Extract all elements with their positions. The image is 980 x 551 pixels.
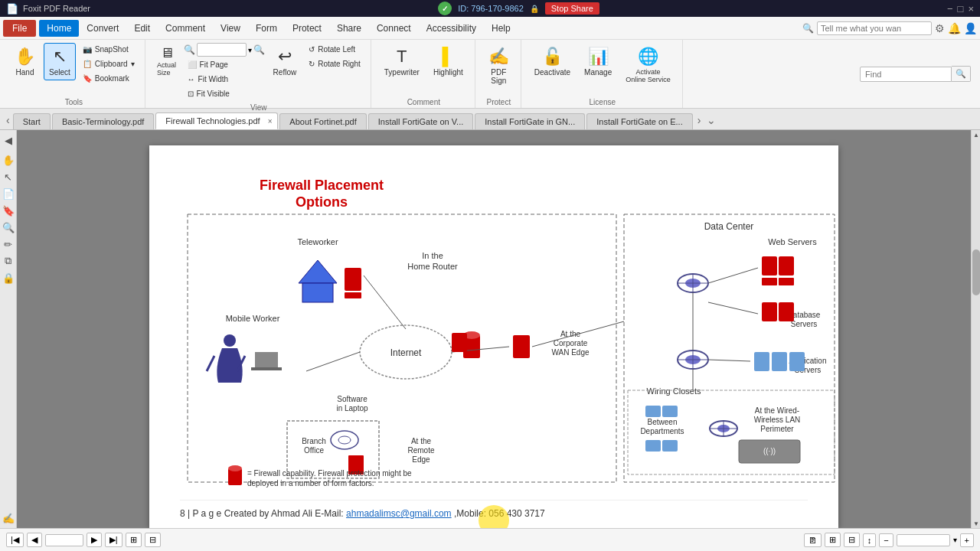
sidebar-expand[interactable]: ◀ [2,133,15,147]
tab-install-e[interactable]: Install FortiGate on E... [586,113,693,129]
view-mode2[interactable]: ⊞ [825,533,841,547]
zoom-input[interactable]: 158.00% [197,43,247,57]
accessibility-menu[interactable]: Accessibility [419,20,484,37]
sidebar-pages[interactable]: 📄 [2,187,15,201]
view-mode1[interactable]: 🖹 [804,533,822,547]
hand-icon: ✋ [15,47,35,67]
maximize-button[interactable]: □ [958,3,964,15]
notification-icon[interactable]: 🔔 [948,22,961,34]
bookmark-button[interactable]: 🔖 Bookmark [79,72,139,85]
zoom-icon: 🔍 [184,44,195,55]
page-input[interactable]: 8 / 8 [45,534,83,546]
sidebar-left: ◀ ✋ ↖ 📄 🔖 🔍 ✏ ⧉ 🔒 ✍ [0,130,17,528]
rotate-right-button[interactable]: ↻ Rotate Right [305,57,364,70]
svg-rect-63 [645,406,661,417]
connect-menu[interactable]: Connect [369,20,419,37]
tab-expand-arrow[interactable]: ⌄ [704,111,719,129]
tabs-bar: ‹ Start Basic-Terminology.pdf Firewall T… [0,109,980,130]
right-scrollbar[interactable]: ▲ ▼ [971,130,980,528]
email-link[interactable]: ahmadalimsc@gmail.com [346,508,452,519]
pdf-area[interactable]: Firewall Placement Options Data Center W… [17,130,971,528]
view-menu[interactable]: View [213,20,248,37]
clipboard-button[interactable]: 📋 Clipboard ▾ [79,57,139,70]
nav-tool2[interactable]: ⊟ [145,533,161,547]
rotate-left-button[interactable]: ↺ Rotate Left [305,43,364,56]
tab-start[interactable]: Start [13,113,51,129]
scroll-thumb[interactable] [972,249,980,295]
ribbon: ✋ Hand ↖ Select 📷 SnapShot 📋 Clipboard ▾ [0,40,980,109]
hand-tool-button[interactable]: ✋ Hand [9,43,41,80]
view-mode3[interactable]: ⊟ [844,533,860,547]
help-menu[interactable]: Help [484,20,518,37]
prev-page-button[interactable]: ◀ [27,533,42,547]
zoom-magnify-icon[interactable]: 🔍 [253,44,265,55]
find-input[interactable] [860,67,952,82]
clipboard-arrow: ▾ [131,60,135,68]
last-page-button[interactable]: ▶| [105,533,122,547]
sidebar-search[interactable]: 🔍 [2,220,15,234]
deactivate-button[interactable]: 🔓 Deactivate [529,43,576,80]
comment-menu[interactable]: Comment [158,20,213,37]
sidebar-layers[interactable]: ⧉ [2,254,15,268]
minimize-button[interactable]: − [947,3,953,15]
zoom-percentage[interactable]: 158.09% [897,534,950,546]
find-search-icon[interactable]: 🔍 [952,66,971,82]
zoom-dropdown-arrow[interactable]: ▾ [953,536,957,544]
zoom-dropdown[interactable]: ▾ [248,46,252,54]
reflow-button[interactable]: ↩ Reflow [268,43,302,80]
tab-basic-terminology[interactable]: Basic-Terminology.pdf [52,113,154,129]
scroll-down-arrow[interactable]: ▼ [972,519,980,528]
sidebar-hand[interactable]: ✋ [2,153,15,167]
stop-share-button[interactable]: Stop Share [545,2,599,15]
scroll-up-arrow[interactable]: ▲ [972,130,980,139]
first-page-button[interactable]: |◀ [6,533,24,547]
svg-rect-54 [789,352,805,371]
select-tool-button[interactable]: ↖ Select [44,43,76,80]
edit-menu[interactable]: Edit [126,20,158,37]
file-menu[interactable]: File [3,20,36,37]
tab-next-arrow[interactable]: › [694,111,704,129]
sidebar-select[interactable]: ↖ [2,170,15,184]
sidebar-bookmarks[interactable]: 🔖 [2,204,15,217]
sidebar-sign[interactable]: ✍ [2,511,15,525]
tab-prev-arrow[interactable]: ‹ [3,111,13,129]
svg-marker-7 [299,260,337,283]
settings-icon[interactable]: ⚙ [935,22,945,34]
svg-text:Options: Options [296,194,348,210]
typewriter-button[interactable]: T Typewriter [379,43,425,80]
protect-menu[interactable]: Protect [285,20,329,37]
zoom-in-button[interactable]: + [960,533,974,547]
zoom-controls: 🖹 ⊞ ⊟ ↕ − 158.09% ▾ + [804,533,974,547]
share-menu[interactable]: Share [329,20,369,37]
next-page-button[interactable]: ▶ [87,533,102,547]
view-mode4[interactable]: ↕ [863,533,877,547]
form-menu[interactable]: Form [248,20,285,37]
actual-size-button[interactable]: 🖥 ActualSize [153,43,181,79]
snapshot-button[interactable]: 📷 SnapShot [79,43,139,56]
fit-visible-button[interactable]: ⊡ Fit Visible [184,87,265,100]
fit-width-button[interactable]: ↔ Fit Width [184,73,265,86]
rotate-left-icon: ↺ [309,45,315,54]
tab-install-gn[interactable]: Install FortiGate in GN... [475,113,585,129]
zoom-out-button[interactable]: − [879,533,893,547]
sidebar-annotations[interactable]: ✏ [2,237,15,251]
tell-me-input[interactable] [817,21,932,35]
svg-point-26 [331,431,358,449]
activate-online-button[interactable]: 🌐 ActivateOnline Service [620,43,676,87]
tab-install-v[interactable]: Install FortiGate on V... [368,113,473,129]
view-group: 🖥 ActualSize 🔍 158.00% ▾ 🔍 ⬜ Fit Page ↔ [147,40,371,108]
tab-firewall-close[interactable]: × [268,117,273,126]
highlight-button[interactable]: ▌ Highlight [428,43,469,80]
tab-about-fortinet[interactable]: About Fortinet.pdf [279,113,366,129]
tab-firewall-tech[interactable]: Firewall Technologies.pdf × [155,112,278,129]
sidebar-security[interactable]: 🔒 [2,271,15,285]
user-icon[interactable]: 👤 [964,22,977,34]
nav-tool1[interactable]: ⊞ [126,533,142,547]
close-button[interactable]: × [968,3,974,15]
convert-menu[interactable]: Convert [79,20,126,37]
svg-text:Home Router: Home Router [407,262,458,271]
home-menu[interactable]: Home [39,20,79,37]
fit-page-button[interactable]: ⬜ Fit Page [184,58,265,71]
pdf-sign-button[interactable]: ✍ PDFSign [483,43,514,89]
manage-button[interactable]: 📊 Manage [579,43,617,80]
